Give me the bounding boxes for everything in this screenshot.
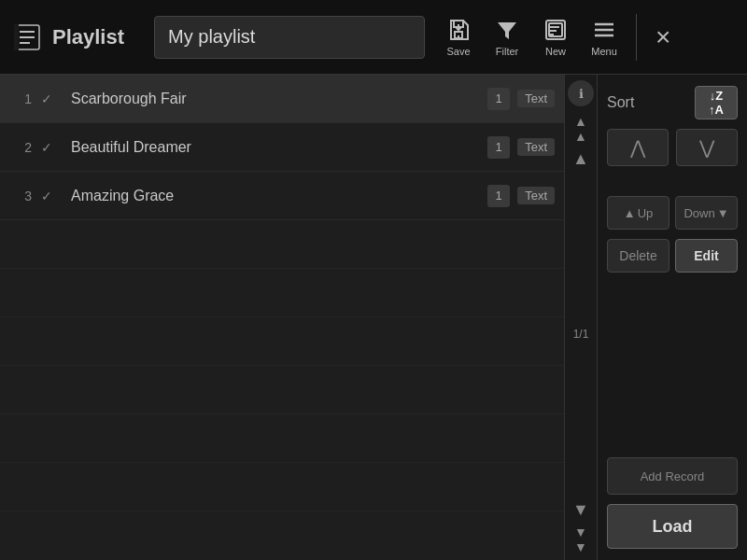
load-label: Load [653, 517, 693, 536]
add-record-label: Add Record [641, 469, 705, 483]
info-button[interactable]: ℹ [568, 80, 594, 106]
playlist-list: 1 ✓ Scarborough Fair 1 Text 2 ✓ Beautifu… [0, 75, 564, 560]
playlist-name-input[interactable] [154, 16, 425, 59]
row-title: Amazing Grace [71, 188, 487, 204]
empty-row [0, 463, 564, 511]
header-actions: Save Filter New [436, 13, 680, 61]
new-label: New [545, 46, 566, 57]
nav-row: ⋀ ⋁ [607, 129, 738, 166]
empty-row [0, 317, 564, 366]
playlist-icon [11, 21, 43, 53]
save-icon [445, 17, 472, 43]
right-panel: Sort ↓Z↑A ⋀ ⋁ ▲ Up Down ▼ [598, 75, 747, 560]
move-row: ▲ Up Down ▼ [607, 196, 738, 230]
row-badge-type: Text [517, 90, 555, 107]
menu-icon [591, 17, 617, 43]
row-check: ✓ [41, 189, 62, 203]
row-title: Beautiful Dreamer [71, 139, 487, 156]
nav-up-button[interactable]: ⋀ [607, 129, 669, 166]
edit-label: Edit [694, 248, 718, 263]
save-label: Save [447, 46, 471, 57]
empty-row [0, 220, 564, 269]
move-up-button[interactable]: ▲ Up [607, 196, 669, 230]
row-badge-type: Text [517, 187, 555, 204]
save-button[interactable]: Save [436, 13, 481, 61]
row-badge-num: 1 [487, 136, 510, 159]
delete-button[interactable]: Delete [607, 239, 669, 273]
row-badge-num: 1 [487, 88, 510, 110]
scroll-up-button[interactable]: ▲ [568, 146, 594, 172]
edit-button[interactable]: Edit [675, 239, 738, 273]
svg-marker-7 [498, 22, 516, 39]
app-title: Playlist [52, 25, 124, 49]
row-badge-type: Text [517, 138, 555, 156]
empty-row [0, 414, 564, 463]
menu-label: Menu [591, 46, 617, 57]
new-icon [543, 17, 569, 43]
delete-label: Delete [619, 248, 656, 263]
logo-area: Playlist [11, 21, 139, 53]
filter-button[interactable]: Filter [485, 13, 529, 61]
main-area: 1 ✓ Scarborough Fair 1 Text 2 ✓ Beautifu… [0, 75, 747, 560]
load-button[interactable]: Load [607, 504, 738, 549]
playlist-area: 1 ✓ Scarborough Fair 1 Text 2 ✓ Beautifu… [0, 75, 564, 560]
close-icon: × [655, 22, 670, 52]
add-record-button[interactable]: Add Record [607, 457, 738, 495]
row-number: 2 [9, 140, 32, 155]
row-check: ✓ [41, 91, 62, 106]
down-arrow-icon: ▼ [717, 206, 729, 220]
filter-label: Filter [496, 46, 518, 57]
scroll-bottom-button[interactable]: ▼▼ [568, 526, 594, 553]
action-row: Delete Edit [607, 239, 738, 273]
up-arrow-icon: ▲ [624, 206, 636, 220]
move-down-label: Down [684, 206, 714, 220]
row-badge-num: 1 [487, 185, 510, 207]
row-title: Scarborough Fair [71, 91, 487, 107]
row-number: 3 [9, 189, 32, 203]
svg-rect-4 [14, 24, 19, 50]
close-button[interactable]: × [646, 19, 680, 56]
sort-za-icon: ↓Z↑A [709, 89, 724, 117]
row-number: 1 [9, 91, 32, 106]
menu-button[interactable]: Menu [582, 13, 627, 61]
empty-row [0, 269, 564, 317]
empty-row [0, 366, 564, 414]
table-row[interactable]: 2 ✓ Beautiful Dreamer 1 Text [0, 123, 564, 172]
sort-label: Sort [607, 94, 687, 111]
scroll-top-button[interactable]: ▲▲ [568, 116, 594, 142]
header-divider [636, 14, 637, 61]
scroll-panel: ℹ ▲▲ ▲ 1/1 ▼ ▼▼ [564, 75, 598, 560]
spacer [607, 282, 738, 448]
chevron-double-down-icon: ⋁ [699, 136, 714, 159]
scroll-down-button[interactable]: ▼ [568, 497, 594, 523]
table-row[interactable]: 3 ✓ Amazing Grace 1 Text [0, 172, 564, 220]
sort-za-button[interactable]: ↓Z↑A [695, 86, 738, 119]
new-button[interactable]: New [533, 13, 578, 61]
nav-down-button[interactable]: ⋁ [676, 129, 738, 166]
page-label: 1/1 [573, 328, 589, 341]
sort-row: Sort ↓Z↑A [607, 86, 738, 119]
header: Playlist Save Filter [0, 0, 747, 75]
chevron-double-up-icon: ⋀ [630, 136, 645, 159]
spacer [607, 175, 738, 187]
table-row[interactable]: 1 ✓ Scarborough Fair 1 Text [0, 75, 564, 123]
move-up-label: Up [638, 206, 654, 220]
filter-icon [494, 17, 520, 43]
row-check: ✓ [41, 140, 62, 155]
move-down-button[interactable]: Down ▼ [675, 196, 738, 230]
